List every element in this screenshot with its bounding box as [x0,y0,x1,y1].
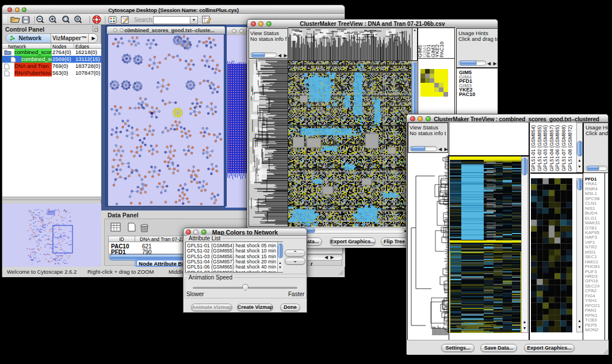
svg-text:GPL51-04 (GSM857): GPL51-04 (GSM857) [549,125,554,171]
svg-text:GPL51-03 (GSM856): GPL51-03 (GSM856) [542,125,548,171]
svg-text:GPL51-08 (GSM872): GPL51-08 (GSM872) [567,125,573,171]
svg-text:PAC10: PAC10 [439,41,445,58]
svg-text:GPL51-02 (GSM855): GPL51-02 (GSM855) [537,125,542,171]
svg-text:GPL51-01 (GSM854): GPL51-01 (GSM854) [530,125,536,171]
svg-text:GPL51-07 (GSM868): GPL51-07 (GSM868) [561,125,567,171]
svg-text:GPL51-06 (GSM865): GPL51-06 (GSM865) [554,125,560,171]
